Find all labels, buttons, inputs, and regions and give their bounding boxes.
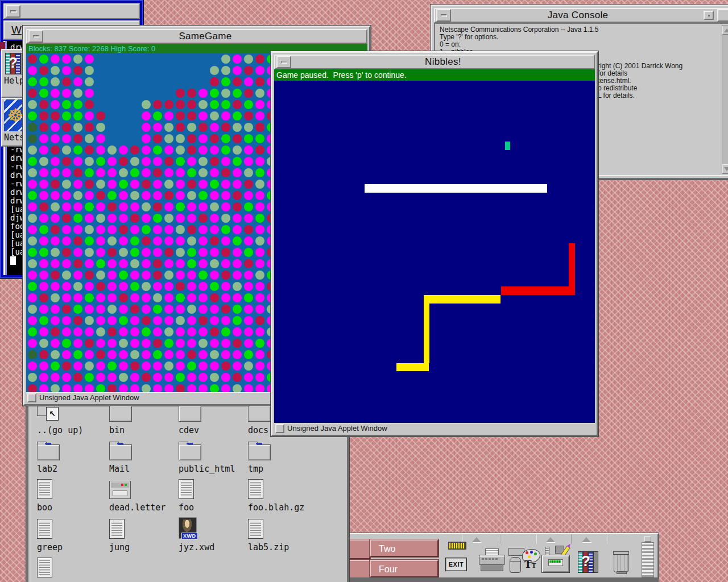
samegame-block[interactable] — [198, 373, 208, 382]
samegame-block[interactable] — [130, 180, 139, 189]
samegame-block[interactable] — [187, 305, 196, 314]
samegame-block[interactable] — [39, 305, 48, 314]
samegame-block[interactable] — [28, 191, 37, 200]
samegame-block[interactable] — [210, 361, 219, 371]
samegame-block[interactable] — [187, 271, 196, 280]
samegame-block[interactable] — [198, 293, 208, 302]
samegame-block[interactable] — [187, 134, 196, 143]
samegame-block[interactable] — [233, 55, 242, 64]
samegame-block[interactable] — [85, 100, 94, 109]
samegame-block[interactable] — [255, 248, 264, 257]
samegame-block[interactable] — [85, 77, 94, 86]
samegame-block[interactable] — [28, 327, 37, 336]
samegame-block[interactable] — [39, 339, 48, 348]
samegame-block[interactable] — [96, 214, 105, 223]
samegame-block[interactable] — [96, 350, 105, 359]
samegame-block[interactable] — [73, 134, 82, 143]
samegame-block[interactable] — [62, 77, 71, 86]
samegame-block[interactable] — [119, 305, 128, 314]
samegame-block[interactable] — [255, 305, 264, 314]
samegame-block[interactable] — [51, 214, 60, 223]
samegame-block[interactable] — [73, 55, 82, 64]
samegame-block[interactable] — [210, 123, 219, 132]
samegame-block[interactable] — [28, 146, 37, 155]
samegame-block[interactable] — [221, 134, 230, 143]
samegame-block[interactable] — [130, 361, 139, 371]
samegame-block[interactable] — [255, 259, 264, 268]
samegame-block[interactable] — [62, 293, 71, 302]
file-item-cdev[interactable]: cdev — [179, 401, 247, 435]
samegame-block[interactable] — [62, 271, 71, 280]
samegame-block[interactable] — [255, 111, 264, 120]
samegame-block[interactable] — [176, 271, 185, 280]
samegame-block[interactable] — [187, 361, 196, 371]
samegame-block[interactable] — [233, 259, 242, 268]
samegame-block[interactable] — [107, 157, 117, 166]
samegame-block[interactable] — [62, 373, 71, 382]
samegame-block[interactable] — [210, 100, 219, 109]
samegame-block[interactable] — [51, 384, 60, 392]
samegame-block[interactable] — [210, 339, 219, 348]
samegame-block[interactable] — [221, 236, 230, 246]
samegame-block[interactable] — [187, 157, 196, 166]
samegame-block[interactable] — [176, 305, 185, 314]
samegame-block[interactable] — [255, 327, 264, 336]
samegame-block[interactable] — [187, 191, 196, 200]
samegame-block[interactable] — [164, 282, 173, 291]
samegame-block[interactable] — [187, 384, 196, 392]
samegame-block[interactable] — [62, 259, 71, 268]
samegame-block[interactable] — [119, 214, 128, 223]
samegame-block[interactable] — [96, 123, 105, 132]
samegame-block[interactable] — [198, 316, 208, 325]
samegame-block[interactable] — [28, 180, 37, 189]
samegame-block[interactable] — [51, 236, 60, 246]
samegame-block[interactable] — [221, 180, 230, 189]
samegame-block[interactable] — [176, 373, 185, 382]
samegame-block[interactable] — [73, 350, 82, 359]
samegame-block[interactable] — [187, 339, 196, 348]
samegame-block[interactable] — [28, 373, 37, 382]
samegame-block[interactable] — [153, 248, 162, 257]
samegame-block[interactable] — [198, 361, 208, 371]
samegame-block[interactable] — [39, 316, 48, 325]
samegame-block[interactable] — [164, 384, 173, 392]
samegame-block[interactable] — [107, 271, 117, 280]
samegame-block[interactable] — [164, 350, 173, 359]
samegame-block[interactable] — [62, 146, 71, 155]
samegame-block[interactable] — [142, 361, 151, 371]
samegame-block[interactable] — [198, 202, 208, 211]
samegame-block[interactable] — [221, 100, 230, 109]
samegame-block[interactable] — [51, 271, 60, 280]
samegame-block[interactable] — [233, 191, 242, 200]
samegame-block[interactable] — [221, 146, 230, 155]
samegame-block[interactable] — [130, 214, 139, 223]
samegame-block[interactable] — [62, 180, 71, 189]
samegame-block[interactable] — [62, 282, 71, 291]
samegame-block[interactable] — [73, 282, 82, 291]
samegame-block[interactable] — [164, 373, 173, 382]
samegame-block[interactable] — [187, 146, 196, 155]
samegame-block[interactable] — [221, 77, 230, 86]
samegame-block[interactable] — [244, 146, 253, 155]
samegame-block[interactable] — [244, 89, 253, 98]
samegame-block[interactable] — [164, 327, 173, 336]
samegame-block[interactable] — [221, 123, 230, 132]
samegame-block[interactable] — [85, 316, 94, 325]
samegame-block[interactable] — [73, 384, 82, 392]
samegame-block[interactable] — [233, 180, 242, 189]
samegame-block[interactable] — [153, 123, 162, 132]
samegame-block[interactable] — [164, 157, 173, 166]
samegame-block[interactable] — [107, 168, 117, 177]
samegame-block[interactable] — [73, 316, 82, 325]
samegame-block[interactable] — [39, 77, 48, 86]
samegame-block[interactable] — [62, 89, 71, 98]
samegame-block[interactable] — [51, 327, 60, 336]
samegame-block[interactable] — [176, 316, 185, 325]
samegame-block[interactable] — [73, 305, 82, 314]
samegame-block[interactable] — [85, 350, 94, 359]
samegame-block[interactable] — [96, 248, 105, 257]
samegame-block[interactable] — [62, 350, 71, 359]
samegame-block[interactable] — [28, 361, 37, 371]
file-item--go-up-[interactable]: ↖..(go up) — [37, 401, 105, 435]
samegame-block[interactable] — [28, 259, 37, 268]
